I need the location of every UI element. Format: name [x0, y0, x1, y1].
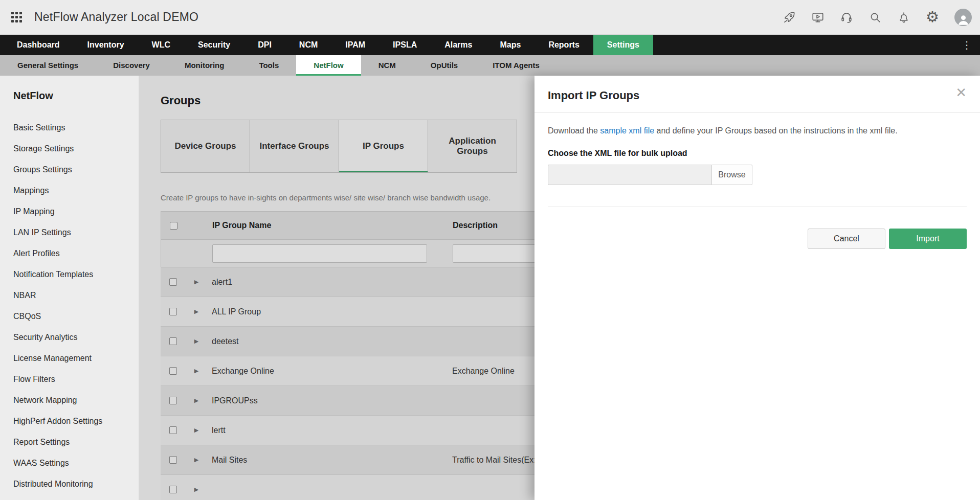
- nav-item-ipam[interactable]: IPAM: [331, 35, 379, 55]
- nav-item-ipsla[interactable]: IPSLA: [379, 35, 431, 55]
- sidebar-item-flow-filters[interactable]: Flow Filters: [13, 369, 139, 390]
- close-icon[interactable]: ✕: [955, 86, 967, 99]
- notifications-bell-icon[interactable]: [897, 11, 910, 24]
- nav-item-reports[interactable]: Reports: [534, 35, 593, 55]
- nav-item-dpi[interactable]: DPI: [244, 35, 285, 55]
- sidebar-item-basic-settings[interactable]: Basic Settings: [13, 117, 139, 138]
- subnav-item-monitoring[interactable]: Monitoring: [167, 55, 241, 76]
- sidebar-item-report-settings[interactable]: Report Settings: [13, 431, 139, 452]
- sidebar-title: NetFlow: [13, 90, 139, 102]
- settings-sub-nav: General Settings Discovery Monitoring To…: [0, 55, 980, 76]
- subnav-item-discovery[interactable]: Discovery: [96, 55, 167, 76]
- app-header: NetFlow Analyzer Local DEMO ⚙: [0, 0, 980, 35]
- panel-divider: [548, 207, 967, 207]
- sidebar-item-storage-settings[interactable]: Storage Settings: [13, 138, 139, 159]
- panel-actions: Cancel Import: [548, 229, 967, 249]
- sidebar-item-license-management[interactable]: License Management: [13, 348, 139, 369]
- settings-gear-icon[interactable]: ⚙: [926, 10, 939, 25]
- apps-grid-icon[interactable]: [11, 12, 22, 22]
- sidebar-item-notification-templates[interactable]: Notification Templates: [13, 264, 139, 285]
- sidebar-item-ip-mapping[interactable]: IP Mapping: [13, 201, 139, 222]
- app-title: NetFlow Analyzer Local DEMO: [34, 10, 198, 24]
- sidebar-item-alert-profiles[interactable]: Alert Profiles: [13, 243, 139, 264]
- subnav-item-general-settings[interactable]: General Settings: [0, 55, 96, 76]
- cancel-button[interactable]: Cancel: [808, 229, 885, 249]
- headset-icon[interactable]: [840, 11, 853, 24]
- sidebar-item-highperf-addon-settings[interactable]: HighPerf Addon Settings: [13, 411, 139, 431]
- panel-title: Import IP Groups: [548, 89, 965, 102]
- browse-button[interactable]: Browse: [711, 165, 752, 185]
- import-ip-groups-panel: Import IP Groups ✕ Download the sample x…: [534, 76, 980, 500]
- file-path-input[interactable]: [548, 165, 711, 185]
- file-upload-row: Browse: [548, 165, 967, 185]
- subnav-item-netflow[interactable]: NetFlow: [296, 55, 361, 76]
- topbar-icons: ⚙: [783, 9, 980, 26]
- panel-header: Import IP Groups ✕: [534, 76, 980, 113]
- sidebar-item-security-analytics[interactable]: Security Analytics: [13, 327, 139, 348]
- nav-item-settings[interactable]: Settings: [593, 35, 653, 55]
- nav-item-security[interactable]: Security: [184, 35, 244, 55]
- sidebar-item-cbqos[interactable]: CBQoS: [13, 306, 139, 327]
- subnav-item-tools[interactable]: Tools: [241, 55, 296, 76]
- sample-xml-link[interactable]: sample xml file: [600, 126, 654, 135]
- nav-item-maps[interactable]: Maps: [486, 35, 534, 55]
- main-nav: Dashboard Inventory WLC Security DPI NCM…: [0, 35, 980, 55]
- rocket-icon[interactable]: [783, 11, 796, 24]
- subnav-item-itom-agents[interactable]: ITOM Agents: [475, 55, 557, 76]
- nav-item-alarms[interactable]: Alarms: [431, 35, 486, 55]
- import-button[interactable]: Import: [889, 229, 967, 249]
- nav-item-dashboard[interactable]: Dashboard: [3, 35, 74, 55]
- sidebar-item-mappings[interactable]: Mappings: [13, 180, 139, 201]
- overflow-menu-icon[interactable]: ⋮: [957, 35, 976, 55]
- import-instructions: Download the sample xml file and define …: [548, 126, 967, 135]
- avatar[interactable]: [954, 9, 972, 26]
- panel-body: Download the sample xml file and define …: [534, 113, 980, 262]
- sidebar-item-distributed-monitoring[interactable]: Distributed Monitoring: [13, 473, 139, 494]
- demo-video-icon[interactable]: [811, 11, 825, 24]
- nav-item-wlc[interactable]: WLC: [138, 35, 184, 55]
- sidebar-item-nbar[interactable]: NBAR: [13, 285, 139, 306]
- sidebar: NetFlow Basic Settings Storage Settings …: [0, 76, 139, 500]
- sidebar-item-network-mapping[interactable]: Network Mapping: [13, 390, 139, 411]
- sidebar-item-lan-ip-settings[interactable]: LAN IP Settings: [13, 222, 139, 243]
- subnav-item-oputils[interactable]: OpUtils: [413, 55, 475, 76]
- nav-item-ncm[interactable]: NCM: [285, 35, 331, 55]
- search-icon[interactable]: [868, 11, 882, 24]
- sidebar-item-groups-settings[interactable]: Groups Settings: [13, 159, 139, 180]
- sidebar-nav: Basic Settings Storage Settings Groups S…: [13, 117, 139, 494]
- upload-label: Choose the XML file for bulk upload: [548, 149, 967, 158]
- nav-item-inventory[interactable]: Inventory: [74, 35, 138, 55]
- sidebar-item-waas-settings[interactable]: WAAS Settings: [13, 452, 139, 473]
- subnav-item-ncm[interactable]: NCM: [361, 55, 413, 76]
